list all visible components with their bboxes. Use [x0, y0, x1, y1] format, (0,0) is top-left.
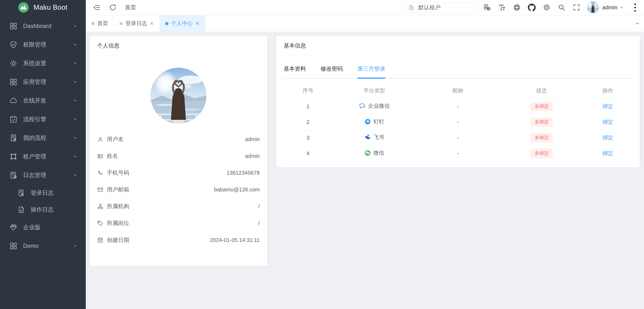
app-logo[interactable]: Maku Boot	[0, 0, 86, 15]
sidebar-collapse-button[interactable]	[92, 3, 101, 12]
cloud-icon	[9, 96, 18, 105]
tenant-select-value: 默认租户	[418, 4, 440, 11]
chevron-down-icon	[72, 98, 78, 103]
chevron-down-icon	[72, 42, 78, 47]
fullscreen-icon	[572, 3, 580, 11]
dingtalk-icon	[364, 118, 371, 125]
refresh-button[interactable]	[108, 3, 117, 12]
field-realname: 姓名 admin	[97, 148, 260, 165]
profile-card: 个人信息 用户名 admin 姓名 admin 手机号码 13612345678…	[90, 35, 267, 266]
bind-link[interactable]: 绑定	[602, 103, 613, 109]
app-title: Maku Boot	[34, 3, 67, 11]
header: 首页 默认租户 admin	[86, 0, 644, 15]
basic-info-card-title: 基本信息	[284, 42, 306, 49]
sidebar-item-my-workflow[interactable]: 我的流程	[0, 129, 86, 147]
tag-icon	[97, 220, 104, 226]
sidebar-item-dashboard[interactable]: Dashboard	[0, 17, 86, 35]
sidebar-item-permissions[interactable]: 权限管理	[0, 35, 86, 54]
sidebar-item-app-management[interactable]: 应用管理	[0, 73, 86, 91]
search-icon	[558, 3, 566, 11]
breadcrumb[interactable]: 首页	[125, 4, 136, 11]
sidebar-item-log-management[interactable]: 日志管理	[0, 166, 86, 185]
chevron-down-icon	[72, 79, 78, 85]
document-check-icon	[9, 171, 18, 179]
sidebar-item-system-settings[interactable]: 系统设置	[0, 54, 86, 73]
chevron-down-icon	[72, 116, 78, 122]
chevron-down-icon	[634, 20, 640, 26]
id-card-icon	[97, 153, 104, 159]
github-button[interactable]	[524, 2, 539, 13]
language-button[interactable]	[510, 2, 524, 13]
feishu-icon	[364, 134, 371, 141]
tab-home[interactable]: 首页	[86, 15, 114, 32]
sidebar-item-operation-log[interactable]: 操作日志	[0, 201, 86, 218]
wechat-icon	[364, 150, 371, 156]
sidebar-item-online-dev[interactable]: 在线开发	[0, 91, 86, 110]
sidebar-item-tenant-management[interactable]: 租户管理	[0, 147, 86, 166]
field-organization: 所属机构 /	[97, 198, 260, 215]
document-user-icon	[9, 134, 18, 142]
table-row: 3 飞书 - 未绑定 绑定	[284, 130, 632, 146]
grid-icon	[9, 242, 18, 250]
more-options-button[interactable]	[631, 2, 639, 12]
tab-change-password[interactable]: 修改密码	[320, 65, 343, 79]
translate-icon	[483, 3, 491, 11]
kebab-dot	[634, 3, 636, 5]
third-party-table: 序号 平台类型 昵称 状态 操作 1 企业微信 - 未绑定 绑定 2 钉钉 - …	[284, 83, 632, 161]
sidebar-item-enterprise[interactable]: 企业版	[0, 218, 86, 237]
font-size-button[interactable]	[494, 2, 510, 13]
phone-icon	[97, 170, 104, 176]
frame-icon	[9, 152, 18, 161]
tab-bar: 首页 登录日志 ✕ 个人中心 ✕	[86, 15, 644, 32]
bind-link[interactable]: 绑定	[602, 119, 613, 125]
tenant-select[interactable]: 默认租户	[404, 2, 475, 12]
status-badge: 未绑定	[531, 118, 552, 127]
tab-personal-center[interactable]: 个人中心 ✕	[160, 15, 205, 32]
sidebar-item-login-log[interactable]: 登录日志	[0, 185, 86, 201]
sidebar-menu: Dashboard 权限管理 系统设置 应用管理 在线开发 流程引擎	[0, 15, 86, 255]
basic-info-body: 基本资料 修改密码 第三方登录 序号 平台类型 昵称 状态 操作 1 企业微信 …	[276, 56, 640, 161]
fullscreen-button[interactable]	[569, 2, 584, 13]
org-tree-icon	[97, 203, 104, 210]
chevron-down-icon	[619, 5, 624, 10]
profile-card-header: 个人信息	[90, 36, 267, 56]
sidebar-item-workflow-engine[interactable]: 流程引擎	[0, 110, 86, 129]
bind-link[interactable]: 绑定	[602, 135, 613, 141]
close-icon[interactable]: ✕	[196, 21, 200, 26]
table-header-row: 序号 平台类型 昵称 状态 操作	[284, 83, 632, 99]
avatar	[587, 1, 599, 13]
document-user-icon	[17, 189, 25, 197]
tab-options-button[interactable]	[630, 15, 644, 32]
chevron-down-icon	[72, 154, 78, 159]
kebab-dot	[634, 10, 636, 12]
building-icon	[408, 4, 415, 11]
search-button[interactable]	[554, 2, 569, 13]
bind-link[interactable]: 绑定	[602, 150, 613, 156]
calendar-icon	[97, 237, 104, 243]
tab-login-log[interactable]: 登录日志 ✕	[114, 15, 160, 32]
tab-dot	[91, 22, 94, 25]
tab-dot	[165, 22, 168, 25]
status-badge: 未绑定	[531, 133, 552, 142]
gear-icon	[9, 59, 18, 67]
gitee-icon	[543, 3, 550, 11]
grid-icon	[9, 78, 18, 86]
user-menu[interactable]: admin	[587, 1, 624, 13]
gitee-button[interactable]	[539, 2, 554, 13]
tab-third-party-login[interactable]: 第三方登录	[358, 65, 386, 79]
header-tools	[480, 2, 584, 13]
document-lines-icon	[17, 206, 25, 214]
table-row: 1 企业微信 - 未绑定 绑定	[284, 99, 632, 114]
maku-logo-icon	[18, 1, 30, 13]
translate-button[interactable]	[480, 2, 494, 13]
sidebar-item-demo[interactable]: Demo	[0, 237, 86, 255]
globe-icon	[513, 3, 521, 11]
chevron-down-icon	[72, 23, 78, 29]
basic-info-card-header: 基本信息	[276, 36, 640, 56]
sidebar: Maku Boot Dashboard 权限管理 系统设置 应用管理 在线开发	[0, 0, 86, 309]
profile-avatar[interactable]	[150, 68, 206, 124]
tab-basic-profile[interactable]: 基本资料	[284, 65, 306, 79]
gem-icon	[9, 223, 18, 232]
avatar-wrap	[90, 56, 267, 131]
close-icon[interactable]: ✕	[150, 21, 154, 26]
